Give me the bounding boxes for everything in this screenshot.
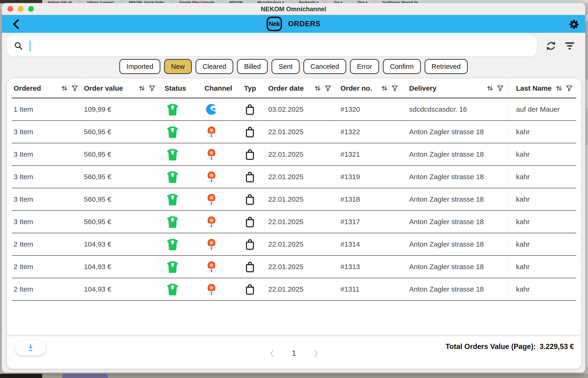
- scrollbar-segment: [586, 108, 588, 145]
- channel-agent-avatar: [205, 171, 217, 183]
- status-open-box-icon: [166, 237, 180, 251]
- ordered-cell: 3 Item: [12, 188, 82, 211]
- status-open-box-icon: [166, 215, 180, 229]
- order-row[interactable]: 2 Item 104,93 €: [12, 256, 576, 278]
- download-button[interactable]: [15, 340, 46, 355]
- channel-cell: [199, 278, 239, 301]
- desktop-dark-patch: [0, 374, 42, 378]
- table-footer-divider: [7, 335, 581, 336]
- sort-icon[interactable]: [381, 84, 388, 92]
- typ-cell: [239, 233, 265, 256]
- typ-shopping-bag-icon: [244, 103, 256, 115]
- filter-chip-sent[interactable]: Sent: [272, 59, 300, 74]
- filter-funnel-icon[interactable]: [565, 84, 573, 92]
- filter-chip-cleared[interactable]: Cleared: [196, 59, 233, 74]
- status-open-box-icon: [166, 170, 180, 184]
- channel-agent-avatar: [205, 193, 217, 205]
- order-no-cell: #1317: [335, 211, 402, 233]
- order-row[interactable]: 3 Item 560,95 €: [12, 143, 576, 166]
- ordered-cell: 3 Item: [12, 121, 82, 143]
- desktop-strip: [0, 374, 588, 378]
- status-cell: [159, 278, 199, 301]
- filter-funnel-icon[interactable]: [497, 84, 504, 92]
- channel-agent-avatar: [205, 216, 217, 228]
- filter-funnel-icon[interactable]: [148, 84, 156, 92]
- sort-icon[interactable]: [486, 84, 494, 92]
- refresh-icon[interactable]: [545, 40, 557, 52]
- channel-cell: [199, 256, 239, 278]
- order-row[interactable]: 1 Item 109,99 €: [12, 98, 576, 121]
- scrollbar-thumb[interactable]: [586, 21, 588, 80]
- filter-chip-billed[interactable]: Billed: [237, 59, 268, 74]
- order-row[interactable]: 2 Item 104,93 €: [12, 233, 576, 256]
- column-header-channel: Channel: [199, 79, 239, 98]
- channel-agent-avatar: [205, 148, 217, 161]
- sort-icon[interactable]: [314, 84, 321, 92]
- status-cell: [159, 211, 199, 233]
- ordered-cell: 3 Item: [12, 211, 82, 233]
- order-row[interactable]: 3 Item 560,95 €: [12, 121, 576, 143]
- order-no-cell: #1318: [335, 188, 402, 211]
- last-name-cell: kahr: [508, 188, 576, 211]
- sort-icon[interactable]: [555, 84, 563, 92]
- column-header-label: Typ: [244, 84, 256, 92]
- column-header-label: Order date: [268, 84, 304, 92]
- filter-chip-retrieved[interactable]: Retrieved: [425, 59, 468, 74]
- next-page-icon[interactable]: [313, 350, 319, 357]
- last-name-cell: kahr: [508, 256, 576, 278]
- filter-funnel-icon[interactable]: [391, 84, 399, 92]
- filter-list-icon[interactable]: [564, 41, 575, 51]
- prev-page-icon[interactable]: [269, 350, 275, 357]
- filter-chip-canceled[interactable]: Canceled: [303, 59, 346, 74]
- order-value-cell: 560,95 €: [82, 166, 159, 188]
- order-row[interactable]: 3 Item 560,95 €: [12, 166, 576, 188]
- delivery-cell: Anton Zagler strasse 18: [402, 121, 508, 143]
- status-open-box-icon: [166, 125, 180, 139]
- ordered-cell: 2 Item: [12, 233, 82, 256]
- filter-chip-label: Error: [357, 63, 372, 70]
- order-no-cell: #1321: [335, 143, 402, 166]
- table-empty-space: [12, 301, 576, 335]
- filter-chip-label: New: [171, 63, 185, 70]
- filter-chip-imported[interactable]: Imported: [119, 59, 160, 74]
- column-header-label: Delivery: [409, 84, 437, 92]
- sort-icon[interactable]: [138, 84, 146, 92]
- order-row[interactable]: 3 Item 560,95 €: [12, 188, 576, 211]
- typ-cell: [239, 166, 265, 188]
- desktop-purple-patch: [62, 374, 108, 378]
- filter-chip-label: Sent: [279, 63, 293, 70]
- column-header-ordered: Ordered: [12, 79, 82, 98]
- last-name-cell: kahr: [508, 211, 576, 233]
- channel-agent-avatar: [205, 126, 217, 138]
- filter-funnel-icon[interactable]: [71, 84, 79, 92]
- status-open-box-icon: [166, 282, 180, 296]
- search-input[interactable]: [30, 36, 537, 56]
- filter-chip-error[interactable]: Error: [350, 59, 379, 74]
- typ-cell: [239, 211, 265, 233]
- filter-chip-new[interactable]: New: [164, 59, 192, 74]
- typ-shopping-bag-icon: [244, 171, 256, 183]
- order-row[interactable]: 3 Item 560,95 €: [12, 211, 576, 233]
- status-open-box-icon: [166, 102, 180, 116]
- orders-table-card: Ordered Order value: [7, 79, 581, 369]
- background-dark-patch: [0, 0, 42, 3]
- filter-funnel-icon[interactable]: [324, 84, 332, 92]
- order-date-cell: 22.01.2025: [265, 166, 335, 188]
- order-row[interactable]: 2 Item 104,93 €: [12, 278, 576, 301]
- channel-cell: [199, 211, 239, 233]
- search-bar[interactable]: [7, 36, 537, 56]
- page-title: ORDERS: [288, 20, 321, 28]
- app-header: Nek ORDERS: [2, 15, 585, 33]
- status-cell: [159, 143, 199, 166]
- order-date-cell: 22.01.2025: [265, 256, 335, 278]
- orders-total: Total Orders Value (Page): 3.229,53 €: [445, 342, 574, 351]
- window-title: NEKOM Omnichannel: [2, 6, 585, 13]
- column-header-delivery: Delivery: [402, 79, 508, 98]
- ordered-cell: 2 Item: [12, 278, 82, 301]
- gear-icon[interactable]: [569, 19, 579, 29]
- order-no-cell: #1319: [335, 166, 402, 188]
- delivery-cell: Anton Zagler strasse 18: [402, 233, 508, 256]
- delivery-cell: Anton Zagler strasse 18: [402, 188, 508, 211]
- sort-icon[interactable]: [61, 84, 68, 92]
- filter-chip-confirm[interactable]: Confirm: [383, 59, 421, 74]
